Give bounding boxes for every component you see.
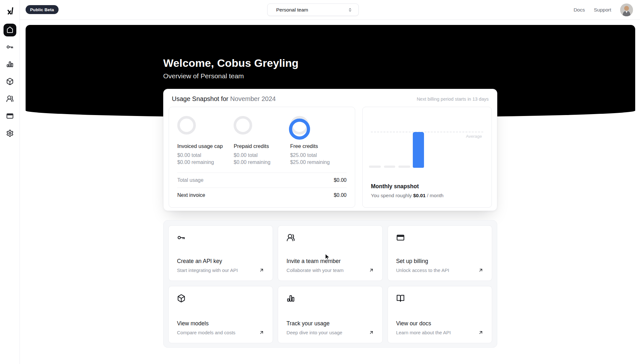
meter-total: $0.00 total xyxy=(234,152,290,159)
sidebar-item-team[interactable] xyxy=(4,93,16,105)
sidebar-item-settings[interactable] xyxy=(4,127,16,140)
credit-card-icon xyxy=(6,112,14,121)
sidebar-nav xyxy=(0,24,20,140)
action-subtitle: Collaborate with your team xyxy=(286,267,343,273)
view-our-docs-card[interactable]: View our docs Learn more about the API xyxy=(388,286,492,343)
create-api-key-card[interactable]: Create an API key Start integrating with… xyxy=(168,225,273,281)
users-icon xyxy=(6,95,14,104)
total-usage-row: Total usage $0.00 xyxy=(177,173,347,188)
book-icon xyxy=(396,294,484,304)
credit-meters: Invoiced usage cap $0.00 total $0.00 rem… xyxy=(177,116,347,166)
meter-remaining: $0.00 remaining xyxy=(234,159,290,166)
meter-remaining: $0.00 remaining xyxy=(177,159,234,166)
sidebar-item-home[interactable] xyxy=(4,24,16,36)
monthly-spend-text: You spend roughly $0.01 / month xyxy=(371,193,444,198)
meter-total: $25.00 total xyxy=(290,152,347,159)
arrow-up-right-icon xyxy=(259,330,264,335)
action-title: Set up billing xyxy=(396,258,484,265)
bar-chart-icon xyxy=(286,294,374,304)
progress-ring-accent xyxy=(289,119,310,140)
sidebar-item-usage[interactable] xyxy=(4,58,16,71)
welcome-title: Welcome, Cobus Greyling xyxy=(163,57,299,69)
team-selector[interactable]: Personal team xyxy=(267,4,359,16)
meter-values: $25.00 total $25.00 remaining xyxy=(290,152,347,166)
arrow-up-right-icon xyxy=(478,330,484,335)
meter-label: Free credits xyxy=(290,143,347,149)
box-icon xyxy=(177,294,264,304)
sidebar-item-api-keys[interactable] xyxy=(4,41,16,54)
usage-snapshot-body: Invoiced usage cap $0.00 total $0.00 rem… xyxy=(164,107,497,208)
chart-bar xyxy=(369,166,381,168)
action-title: Create an API key xyxy=(177,258,264,265)
sidebar-item-billing[interactable] xyxy=(4,110,16,123)
row-label: Total usage xyxy=(177,177,204,183)
bar-chart-icon xyxy=(6,60,14,69)
monthly-bars xyxy=(369,107,485,168)
monthly-snapshot-subcard: Average Monthly snapshot You spend rough… xyxy=(362,107,492,208)
spend-prefix: You spend roughly xyxy=(371,193,413,198)
row-value: $0.00 xyxy=(334,177,347,183)
meter-prepaid-credits: Prepaid credits $0.00 total $0.00 remain… xyxy=(234,116,290,166)
action-subtitle: Deep dive into your usage xyxy=(286,330,342,335)
billing-note: Next billing period starts in 13 days xyxy=(417,97,489,102)
usage-period: November 2024 xyxy=(230,95,276,102)
usage-title-prefix: Usage Snapshot for xyxy=(172,95,230,102)
chart-bar xyxy=(384,166,395,168)
usage-snapshot-title: Usage Snapshot for November 2024 xyxy=(172,95,276,103)
home-icon xyxy=(6,26,14,35)
usage-snapshot-header: Usage Snapshot for November 2024 Next bi… xyxy=(164,89,497,107)
topbar-right: Docs Support xyxy=(573,0,633,20)
key-icon xyxy=(177,233,264,243)
action-subtitle: Start integrating with our API xyxy=(177,267,238,273)
support-link[interactable]: Support xyxy=(594,7,611,13)
view-models-card[interactable]: View models Compare models and costs xyxy=(168,286,273,343)
gear-icon xyxy=(6,129,14,138)
meter-total: $0.00 total xyxy=(177,152,234,159)
credits-subcard: Invoiced usage cap $0.00 total $0.00 rem… xyxy=(169,107,355,208)
sidebar xyxy=(0,0,20,364)
action-subtitle: Unlock access to the API xyxy=(396,267,449,273)
arrow-up-right-icon xyxy=(478,267,484,273)
meter-remaining: $25.00 remaining xyxy=(290,159,347,166)
meter-free-credits: Free credits $25.00 total $25.00 remaini… xyxy=(290,116,347,166)
action-title: Invite a team member xyxy=(286,258,374,265)
track-your-usage-card[interactable]: Track your usage Deep dive into your usa… xyxy=(278,286,382,343)
set-up-billing-card[interactable]: Set up billing Unlock access to the API xyxy=(388,225,492,281)
row-label: Next invoice xyxy=(177,192,205,198)
topbar: Public Beta Personal team Docs Support xyxy=(20,0,640,20)
arrow-up-right-icon xyxy=(369,330,374,335)
box-icon xyxy=(6,78,14,86)
credit-card-icon xyxy=(396,233,484,243)
action-subtitle: Compare models and costs xyxy=(177,330,236,335)
meter-label: Prepaid credits xyxy=(234,143,290,149)
next-invoice-row: Next invoice $0.00 xyxy=(177,188,347,203)
chart-bar-accent xyxy=(413,132,424,168)
monthly-snapshot-title: Monthly snapshot xyxy=(371,183,419,190)
action-title: View models xyxy=(177,320,264,327)
progress-ring xyxy=(234,116,252,135)
chart-bar xyxy=(398,166,410,168)
spend-suffix: / month xyxy=(426,193,444,198)
meter-values: $0.00 total $0.00 remaining xyxy=(234,152,290,166)
invite-team-member-card[interactable]: Invite a team member Collaborate with yo… xyxy=(278,225,382,281)
arrow-up-right-icon xyxy=(369,267,374,273)
public-beta-badge: Public Beta xyxy=(26,5,59,14)
xai-console-dashboard: Public Beta Personal team Docs Support W… xyxy=(0,0,640,364)
user-avatar[interactable] xyxy=(620,4,633,16)
progress-ring xyxy=(177,116,196,135)
team-selector-value: Personal team xyxy=(276,7,308,13)
key-icon xyxy=(6,43,14,52)
meter-label: Invoiced usage cap xyxy=(177,143,234,149)
usage-summary: Total usage $0.00 Next invoice $0.00 xyxy=(177,173,347,203)
spend-amount: $0.01 xyxy=(413,193,426,198)
action-title: Track your usage xyxy=(286,320,374,327)
users-icon xyxy=(286,233,374,243)
hero-text: Welcome, Cobus Greyling Overview of Pers… xyxy=(163,57,299,80)
arrow-up-right-icon xyxy=(259,267,264,273)
chevrons-up-down-icon xyxy=(348,7,353,12)
welcome-subtitle: Overview of Personal team xyxy=(163,72,299,80)
docs-link[interactable]: Docs xyxy=(573,7,585,13)
usage-snapshot-card: Usage Snapshot for November 2024 Next bi… xyxy=(163,89,497,211)
sidebar-item-models[interactable] xyxy=(4,75,16,88)
xai-logo[interactable] xyxy=(4,5,15,16)
